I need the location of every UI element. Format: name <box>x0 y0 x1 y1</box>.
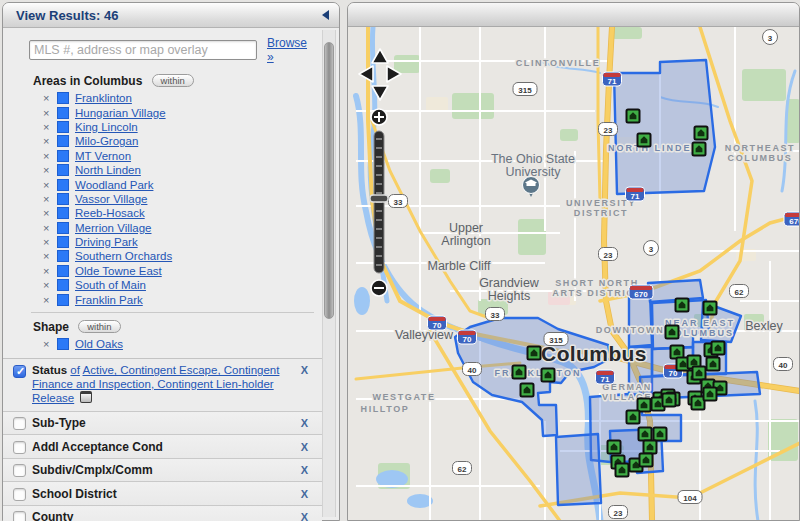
filter-remove-button[interactable]: X <box>293 441 314 453</box>
area-link[interactable]: Franklin Park <box>75 294 143 306</box>
filter-label[interactable]: School District <box>32 487 293 501</box>
status-remove-button[interactable]: X <box>293 364 314 406</box>
listing-marker[interactable] <box>663 394 676 407</box>
filter-checkbox[interactable] <box>13 488 26 501</box>
listing-marker[interactable] <box>704 388 717 401</box>
remove-area-icon[interactable]: × <box>43 194 55 204</box>
browse-link[interactable]: Browse » <box>267 36 314 64</box>
filter-checkbox[interactable] <box>13 511 26 521</box>
area-link[interactable]: Vassor Village <box>75 193 147 205</box>
areas-within-button[interactable]: within <box>152 74 194 87</box>
calendar-icon[interactable] <box>80 391 92 403</box>
listing-marker[interactable] <box>521 384 534 397</box>
area-link[interactable]: Woodland Park <box>75 179 153 191</box>
remove-area-icon[interactable]: × <box>43 93 55 103</box>
filter-checkbox[interactable] <box>13 464 26 477</box>
area-color-swatch[interactable] <box>57 107 69 119</box>
filter-remove-button[interactable]: X <box>293 511 314 521</box>
filter-label[interactable]: Subdiv/Cmplx/Comm <box>32 463 293 477</box>
search-input[interactable] <box>29 40 257 60</box>
area-link[interactable]: MT Vernon <box>75 150 131 162</box>
listing-marker[interactable] <box>676 299 689 312</box>
remove-area-icon[interactable]: × <box>43 266 55 276</box>
listing-marker[interactable] <box>638 134 651 147</box>
scrollbar-thumb[interactable] <box>324 42 334 319</box>
area-link[interactable]: North Linden <box>75 164 141 176</box>
remove-area-icon[interactable]: × <box>43 280 55 290</box>
area-color-swatch[interactable] <box>57 250 69 262</box>
area-link[interactable]: Merrion Village <box>75 222 152 234</box>
listing-marker[interactable] <box>666 326 679 339</box>
filter-remove-button[interactable]: X <box>293 464 314 476</box>
area-color-swatch[interactable] <box>57 279 69 291</box>
listing-marker[interactable] <box>693 143 706 156</box>
remove-area-icon[interactable]: × <box>43 237 55 247</box>
listing-marker[interactable] <box>654 428 667 441</box>
filter-label[interactable]: Sub-Type <box>32 416 293 430</box>
area-color-swatch[interactable] <box>57 121 69 133</box>
area-color-swatch[interactable] <box>57 135 69 147</box>
neighborhood-polygon[interactable] <box>629 294 652 347</box>
listing-marker[interactable] <box>638 399 651 412</box>
neighborhood-polygon[interactable] <box>556 434 601 505</box>
listing-marker[interactable] <box>707 358 720 371</box>
area-link[interactable]: Southern Orchards <box>75 250 172 262</box>
filter-remove-button[interactable]: X <box>293 417 314 429</box>
area-color-swatch[interactable] <box>57 207 69 219</box>
filter-checkbox[interactable] <box>13 441 26 454</box>
map-canvas[interactable]: CLINTONVILLENORTHEASTCOLUMBUSNORTH LINDE… <box>348 27 799 520</box>
listing-marker[interactable] <box>542 369 555 382</box>
remove-area-icon[interactable]: × <box>43 108 55 118</box>
area-color-swatch[interactable] <box>57 193 69 205</box>
remove-area-icon[interactable]: × <box>43 295 55 305</box>
area-color-swatch[interactable] <box>57 179 69 191</box>
area-link[interactable]: Reeb-Hosack <box>75 207 145 219</box>
filter-remove-button[interactable]: X <box>293 488 314 500</box>
area-color-swatch[interactable] <box>57 222 69 234</box>
remove-area-icon[interactable]: × <box>43 165 55 175</box>
listing-marker[interactable] <box>513 366 526 379</box>
remove-area-icon[interactable]: × <box>43 223 55 233</box>
area-color-swatch[interactable] <box>57 294 69 306</box>
listing-marker[interactable] <box>528 347 541 360</box>
listing-marker[interactable] <box>695 127 708 140</box>
listing-marker[interactable] <box>639 428 652 441</box>
area-link[interactable]: Milo-Grogan <box>75 135 138 147</box>
collapse-sidebar-icon[interactable] <box>322 10 329 20</box>
area-link[interactable]: Driving Park <box>75 236 138 248</box>
area-color-swatch[interactable] <box>57 338 69 350</box>
sidebar-scrollbar[interactable] <box>322 30 336 517</box>
listing-marker[interactable] <box>644 441 657 454</box>
area-color-swatch[interactable] <box>57 265 69 277</box>
filter-checkbox[interactable] <box>13 417 26 430</box>
listing-marker[interactable] <box>627 110 640 123</box>
area-color-swatch[interactable] <box>57 164 69 176</box>
area-color-swatch[interactable] <box>57 150 69 162</box>
shape-within-button[interactable]: within <box>78 320 120 333</box>
status-of-link[interactable]: of <box>70 364 80 376</box>
area-link[interactable]: King Lincoln <box>75 121 138 133</box>
listing-marker[interactable] <box>712 342 725 355</box>
filter-label[interactable]: County <box>32 510 293 521</box>
listing-marker[interactable] <box>704 302 717 315</box>
area-link[interactable]: Olde Towne East <box>75 265 162 277</box>
status-checkbox[interactable] <box>13 365 26 378</box>
remove-area-icon[interactable]: × <box>43 122 55 132</box>
filter-label[interactable]: Addl Acceptance Cond <box>32 440 293 454</box>
area-color-swatch[interactable] <box>57 92 69 104</box>
remove-area-icon[interactable]: × <box>43 151 55 161</box>
remove-area-icon[interactable]: × <box>43 180 55 190</box>
remove-area-icon[interactable]: × <box>43 208 55 218</box>
listing-marker[interactable] <box>640 454 653 467</box>
area-link[interactable]: Hungarian Village <box>75 107 166 119</box>
remove-area-icon[interactable]: × <box>43 136 55 146</box>
area-link[interactable]: Old Oaks <box>75 338 123 350</box>
area-color-swatch[interactable] <box>57 236 69 248</box>
listing-marker[interactable] <box>693 367 706 380</box>
listing-marker[interactable] <box>627 411 640 424</box>
area-link[interactable]: South of Main <box>75 279 146 291</box>
area-link[interactable]: Franklinton <box>75 92 132 104</box>
listing-marker[interactable] <box>616 464 629 477</box>
remove-area-icon[interactable]: × <box>43 251 55 261</box>
zoom-slider-thumb[interactable] <box>370 195 388 202</box>
